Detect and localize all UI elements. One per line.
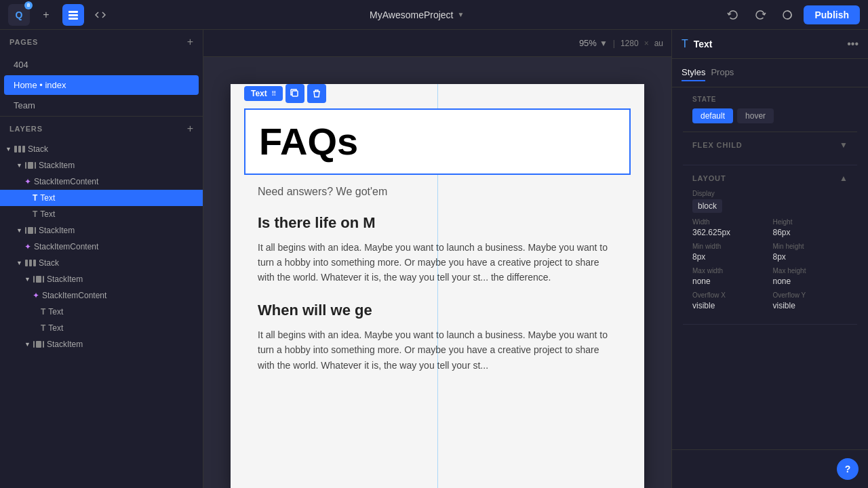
- page-item-404[interactable]: 404: [4, 55, 199, 75]
- stackitem-icon-2: [25, 227, 36, 234]
- layer-stackitemcontent-1[interactable]: ✦ StackItemContent: [0, 174, 203, 190]
- layer-chevron[interactable]: ▼: [5, 146, 12, 152]
- layers-button[interactable]: [62, 4, 84, 26]
- selected-text-box[interactable]: FAQs: [244, 108, 631, 175]
- display-label: Display: [692, 190, 722, 197]
- tab-props[interactable]: Props: [711, 64, 734, 81]
- panel-more-button[interactable]: •••: [847, 38, 859, 50]
- layer-stackitemcontent-3[interactable]: ✦ StackItemContent: [0, 287, 203, 304]
- zoom-control: 95% ▼: [579, 38, 608, 48]
- layer-text-4[interactable]: T Text: [0, 320, 203, 336]
- layer-stackitem-3[interactable]: ▼ StackItem: [0, 271, 203, 287]
- project-dropdown-icon: ▼: [458, 11, 465, 18]
- pages-section-header: PAGES +: [0, 30, 203, 54]
- layer-chevron-5[interactable]: ▼: [24, 341, 31, 348]
- element-toolbar-actions: [285, 84, 326, 103]
- layer-chevron-3[interactable]: ▼: [16, 260, 22, 266]
- layer-stackitem-2[interactable]: ▼ StackItem: [0, 222, 203, 239]
- zoom-dropdown-button[interactable]: ▼: [599, 39, 608, 48]
- pages-list: 404 Home • index Team: [0, 54, 203, 116]
- layer-stackitem-4[interactable]: ▼ StackItem: [0, 336, 203, 352]
- overflow-x-field: Overflow X visible: [692, 291, 768, 310]
- max-width-value[interactable]: none: [692, 277, 768, 286]
- layers-section: LAYERS + ▼ Stack ▼: [0, 116, 203, 488]
- layout-chevron[interactable]: ▲: [840, 174, 848, 183]
- layer-stack-2[interactable]: ▼ Stack: [0, 255, 203, 271]
- layer-stackitemcontent-3-label: StackItemContent: [42, 291, 106, 300]
- question-1: Is there life on M It all begins with an…: [258, 214, 617, 285]
- redo-button[interactable]: [749, 4, 771, 26]
- svg-rect-1: [68, 14, 78, 16]
- app-logo[interactable]: Q 8: [8, 4, 30, 26]
- min-width-value[interactable]: 8px: [692, 252, 768, 262]
- flex-child-header[interactable]: FLEX CHILD ▼: [692, 140, 848, 150]
- canvas-scroll[interactable]: Text ⠿: [203, 57, 671, 488]
- right-panel: T Text ••• Styles Props STATE default ho…: [671, 30, 868, 488]
- add-button[interactable]: +: [35, 4, 57, 26]
- duplicate-element-button[interactable]: [285, 84, 304, 103]
- pages-label: PAGES: [9, 38, 38, 46]
- canvas-toolbar: 95% ▼ | 1280 × au: [203, 30, 671, 57]
- layout-header[interactable]: LAYOUT ▲: [692, 174, 848, 183]
- overflow-x-value[interactable]: visible: [692, 301, 768, 310]
- delete-element-button[interactable]: [307, 84, 326, 103]
- code-button[interactable]: [90, 4, 111, 26]
- layer-text-2[interactable]: T Text: [0, 206, 203, 222]
- state-default-button[interactable]: default: [692, 108, 733, 123]
- panel-tabs: Styles Props: [672, 59, 868, 87]
- min-width-field: Min width 8px: [692, 243, 768, 262]
- overflow-y-value[interactable]: visible: [773, 301, 848, 310]
- publish-button[interactable]: Publish: [804, 5, 860, 24]
- topbar: Q 8 + MyAwesomeProject ▼ Publish: [0, 0, 868, 30]
- main-layout: PAGES + 404 Home • index Team LAYERS + ▼: [0, 30, 868, 488]
- undo-button[interactable]: [722, 4, 744, 26]
- text-icon-2: T: [33, 209, 37, 219]
- display-value[interactable]: block: [692, 199, 722, 213]
- panel-element-icon: T: [682, 38, 688, 50]
- layers-label: LAYERS: [9, 125, 43, 133]
- state-hover-button[interactable]: hover: [737, 108, 774, 123]
- max-height-value[interactable]: none: [773, 277, 848, 286]
- preview-button[interactable]: [776, 4, 798, 26]
- project-name[interactable]: MyAwesomeProject ▼: [370, 9, 464, 20]
- page-content: Need answers? We got'em Is there life on…: [244, 175, 631, 400]
- min-height-value[interactable]: 8px: [773, 252, 848, 262]
- width-value[interactable]: 362.625px: [692, 228, 768, 237]
- question-2: When will we ge It all begins with an id…: [258, 302, 617, 373]
- page-item-home[interactable]: Home • index: [4, 75, 199, 95]
- element-toolbar-label: Text ⠿: [244, 86, 283, 101]
- layer-stackitemcontent-2[interactable]: ✦ StackItemContent: [0, 239, 203, 255]
- layer-stack-1[interactable]: ▼ Stack: [0, 141, 203, 157]
- topbar-actions: Publish: [722, 4, 860, 26]
- layer-text-1[interactable]: T Text: [0, 190, 203, 206]
- canvas-content: Text ⠿: [231, 84, 644, 400]
- svg-rect-4: [292, 91, 298, 96]
- layer-text-4-label: Text: [48, 323, 63, 333]
- layer-text-3[interactable]: T Text: [0, 304, 203, 320]
- flex-child-chevron[interactable]: ▼: [840, 140, 848, 150]
- add-layer-button[interactable]: +: [187, 123, 193, 134]
- drag-handle-icon[interactable]: ⠿: [271, 90, 276, 98]
- layer-text-2-label: Text: [40, 209, 55, 219]
- layer-chevron-2[interactable]: ▼: [16, 227, 22, 234]
- overflow-y-label: Overflow Y: [773, 291, 848, 299]
- layer-chevron[interactable]: ▼: [16, 162, 22, 169]
- svg-rect-0: [68, 11, 78, 13]
- max-width-field: Max width none: [692, 267, 768, 286]
- add-page-button[interactable]: +: [187, 37, 193, 47]
- question-2-text: When will we ge: [258, 302, 617, 319]
- help-button[interactable]: ?: [837, 458, 859, 480]
- text-icon-3: T: [41, 307, 45, 317]
- layer-chevron-4[interactable]: ▼: [24, 276, 31, 283]
- layer-stackitem-1[interactable]: ▼ StackItem: [0, 157, 203, 174]
- zoom-value: 95%: [579, 38, 597, 48]
- layer-stack-2-label: Stack: [39, 258, 59, 268]
- stack-icon-2: [25, 260, 36, 266]
- page-item-team[interactable]: Team: [4, 96, 199, 115]
- tab-styles[interactable]: Styles: [682, 64, 705, 81]
- height-value[interactable]: 86px: [773, 228, 848, 237]
- canvas-separator: |: [613, 39, 615, 48]
- min-width-label: Min width: [692, 243, 768, 250]
- answer-1-text: It all begins with an idea. Maybe you wa…: [258, 240, 617, 285]
- state-buttons: default hover: [692, 108, 848, 123]
